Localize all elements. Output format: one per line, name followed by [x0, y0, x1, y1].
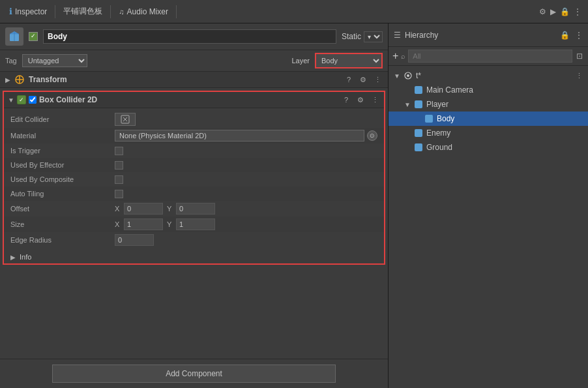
- tag-dropdown[interactable]: Untagged: [22, 54, 87, 67]
- collider-help-btn[interactable]: ?: [341, 95, 351, 105]
- root-arrow-icon: ▼: [394, 72, 400, 80]
- tab-separator-1: [55, 5, 55, 18]
- info-arrow-icon: ▶: [10, 254, 16, 261]
- size-y-input[interactable]: [176, 218, 215, 230]
- edit-collider-btn[interactable]: [115, 113, 136, 126]
- edit-collider-row: Edit Collider: [4, 111, 384, 128]
- used-by-effector-label: Used By Effector: [10, 161, 115, 169]
- root-more-icon[interactable]: ⋮: [576, 72, 583, 80]
- player-arrow-icon: ▼: [404, 101, 411, 108]
- tab-tilemap[interactable]: 平铺调色板: [57, 0, 109, 23]
- gear-icon[interactable]: ⚙: [539, 7, 546, 16]
- size-label: Size: [10, 220, 115, 228]
- offset-x-label: X: [115, 205, 121, 213]
- used-by-composite-value: [115, 175, 377, 184]
- edge-radius-input[interactable]: [115, 234, 154, 246]
- is-trigger-label: Is Trigger: [10, 147, 115, 155]
- tag-layer-row: Tag Untagged Layer Body: [0, 50, 388, 72]
- edit-collider-icon: [121, 115, 130, 124]
- hier-search-btn[interactable]: ⊡: [575, 52, 584, 61]
- transform-help-btn[interactable]: ?: [344, 74, 354, 85]
- transform-settings-btn[interactable]: ⚙: [358, 74, 368, 85]
- transform-section: ▶ Transform ? ⚙ ⋮: [0, 72, 388, 88]
- hierarchy-search-input[interactable]: [408, 50, 572, 63]
- transform-arrow[interactable]: ▶: [5, 76, 10, 83]
- hierarchy-top-icons: 🔒 ⋮: [560, 31, 583, 40]
- is-trigger-checkbox[interactable]: [115, 147, 123, 155]
- layer-dropdown[interactable]: Body: [316, 54, 381, 67]
- offset-x-field: X: [115, 203, 163, 215]
- static-label: Static: [342, 32, 361, 41]
- material-picker-btn[interactable]: ⊙: [367, 130, 377, 141]
- offset-label: Offset: [10, 205, 115, 213]
- edge-radius-value: [115, 234, 377, 246]
- auto-tiling-checkbox[interactable]: [115, 190, 123, 198]
- tree-item-main-camera[interactable]: ▶ Main Camera: [389, 83, 588, 97]
- collider-enabled-toggle[interactable]: [17, 95, 26, 104]
- used-by-composite-checkbox[interactable]: [115, 175, 123, 184]
- used-by-composite-label: Used By Composite: [10, 175, 115, 183]
- player-icon: [413, 99, 424, 110]
- material-input[interactable]: [115, 130, 364, 142]
- hierarchy-title-icon: ☰: [394, 31, 401, 40]
- hier-search-icon: ⌕: [401, 52, 405, 60]
- tab-audio[interactable]: ♫ Audio Mixer: [112, 0, 175, 23]
- hier-plus-icon[interactable]: +: [392, 50, 398, 62]
- object-icon: [5, 27, 23, 46]
- object-name-input[interactable]: [43, 29, 336, 44]
- hierarchy-lock-icon[interactable]: 🔒: [560, 31, 570, 40]
- offset-y-input[interactable]: [176, 203, 215, 215]
- hierarchy-header: ☰ Hierarchy 🔒 ⋮: [389, 23, 588, 47]
- collider-expand-arrow[interactable]: ▼: [8, 97, 14, 104]
- info-row[interactable]: ▶ Info: [4, 250, 384, 263]
- hierarchy-panel: ☰ Hierarchy 🔒 ⋮ + ⌕ ⊡ ▼: [389, 23, 588, 388]
- box-collider-section: ▼ Box Collider 2D ? ⚙ ⋮ Edit Collider: [3, 91, 385, 265]
- tree-item-root[interactable]: ▼ t* ⋮: [389, 68, 588, 83]
- collider-checkbox[interactable]: [29, 96, 37, 104]
- collider-more-btn[interactable]: ⋮: [370, 95, 380, 105]
- auto-tiling-label: Auto Tiling: [10, 190, 115, 198]
- offset-y-label: Y: [167, 205, 173, 213]
- size-x-input[interactable]: [124, 218, 163, 230]
- enemy-icon: [413, 128, 424, 138]
- object-active-checkbox[interactable]: [29, 32, 38, 41]
- static-area: Static ▾: [342, 31, 383, 42]
- used-by-effector-checkbox[interactable]: [115, 161, 123, 170]
- ground-label: Ground: [426, 143, 452, 152]
- lock-icon[interactable]: 🔒: [560, 7, 570, 16]
- body-label: Body: [437, 114, 454, 123]
- add-component-btn[interactable]: Add Component: [52, 365, 336, 383]
- collider-settings-btn[interactable]: ⚙: [355, 95, 366, 105]
- edit-collider-label: Edit Collider: [10, 115, 115, 123]
- camera-icon: [413, 85, 424, 95]
- tree-item-enemy[interactable]: ▶ Enemy: [389, 126, 588, 140]
- tree-item-body[interactable]: ▶ Body: [389, 112, 588, 126]
- used-by-effector-row: Used By Effector: [4, 158, 384, 172]
- transform-icons: ? ⚙ ⋮: [344, 74, 383, 85]
- object-header: Static ▾: [0, 23, 388, 50]
- tab-separator-2: [110, 5, 111, 18]
- tab-tilemap-label: 平铺调色板: [63, 6, 102, 17]
- hierarchy-more-icon[interactable]: ⋮: [575, 31, 583, 40]
- main-layout: Static ▾ Tag Untagged Layer Body: [0, 23, 588, 388]
- camera-label: Main Camera: [426, 85, 473, 95]
- collider-title: Box Collider 2D: [39, 95, 338, 104]
- tree-item-ground[interactable]: ▶ Ground: [389, 140, 588, 155]
- size-y-label: Y: [167, 220, 173, 228]
- used-by-effector-value: [115, 161, 377, 170]
- layer-highlight-border: Body: [315, 53, 383, 68]
- tab-inspector[interactable]: ℹ Inspector: [3, 0, 53, 23]
- edge-radius-row: Edge Radius: [4, 232, 384, 248]
- is-trigger-value: [115, 147, 377, 155]
- static-dropdown[interactable]: ▾: [364, 31, 383, 42]
- play-icon[interactable]: ▶: [550, 7, 556, 16]
- size-y-field: Y: [167, 218, 215, 230]
- cube-3d-icon: [8, 30, 21, 43]
- more-icon[interactable]: ⋮: [574, 7, 581, 16]
- tree-item-player[interactable]: ▼ Player: [389, 97, 588, 112]
- auto-tiling-value: [115, 190, 377, 198]
- transform-more-btn[interactable]: ⋮: [372, 74, 383, 85]
- ground-icon: [413, 142, 424, 153]
- scrollable-content: ▶ Transform ? ⚙ ⋮ ▼: [0, 72, 388, 359]
- offset-x-input[interactable]: [124, 203, 163, 215]
